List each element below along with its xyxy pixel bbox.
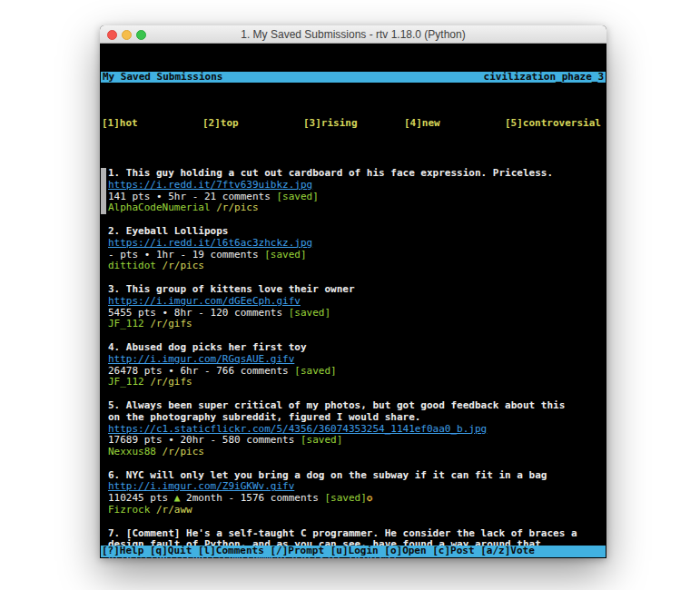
submission-item[interactable]: 4. Abused dog picks her first toyhttp://… — [108, 342, 606, 388]
window-title: 1. My Saved Submissions - rtv 1.18.0 (Py… — [241, 28, 465, 41]
submission-byline: Nexxus88 /r/pics — [108, 447, 606, 458]
submission-byline: JF_112 /r/gifs — [108, 377, 606, 388]
stats-text: 141 pts • 5hr - 21 comments — [108, 191, 276, 202]
selection-cursor — [101, 168, 106, 214]
submission-subreddit: /r/pics — [216, 202, 258, 213]
sort-menu-bar: [1]hot [2]top [3]rising [4]new [5]contro… — [101, 118, 606, 130]
minimize-button[interactable] — [122, 30, 132, 40]
submission-author: JF_112 — [108, 376, 144, 388]
submission-subreddit: /r/pics — [163, 446, 204, 457]
saved-badge: [saved] — [301, 434, 342, 446]
submission-item[interactable]: 2. Eyeball Lollipopshttps://i.redd.it/l6… — [108, 226, 606, 272]
header-bar: My Saved Submissions civilization_phaze_… — [101, 72, 606, 84]
zoom-button[interactable] — [136, 30, 146, 40]
menu-item-new[interactable]: [4]new — [404, 118, 505, 130]
submission-title: on the photography subreddit, figured I … — [108, 412, 606, 424]
status-bar: [?]Help [q]Quit [l]Comments [/]Prompt [u… — [101, 546, 606, 557]
page-title: My Saved Submissions — [103, 72, 222, 84]
traffic-lights — [107, 30, 146, 40]
stats-text: 2month - 1576 comments — [180, 492, 324, 504]
submission-author: JF_112 — [108, 318, 144, 329]
submission-author: AlphaCodeNumerial — [108, 202, 211, 213]
submission-title: 4. Abused dog picks her first toy — [108, 342, 606, 354]
submission-byline: dittidot /r/pics — [108, 261, 606, 272]
submission-title: 5. Always been super critical of my phot… — [108, 400, 606, 412]
window-titlebar[interactable]: 1. My Saved Submissions - rtv 1.18.0 (Py… — [100, 25, 606, 44]
submission-list: 1. This guy holding a cut out cardboard … — [101, 168, 606, 558]
close-button[interactable] — [107, 30, 117, 40]
submission-subreddit: /r/gifs — [150, 318, 192, 329]
submission-title: 2. Eyeball Lollipops — [108, 226, 606, 238]
submission-subreddit: /r/aww — [156, 504, 192, 516]
menu-item-top[interactable]: [2]top — [202, 118, 303, 130]
stats-text: 26478 pts • 6hr - 766 comments — [108, 365, 294, 377]
submission-author: Fizrock — [108, 504, 150, 516]
submission-author: dittidot — [108, 260, 156, 271]
submission-subreddit: /r/pics — [163, 260, 204, 271]
terminal-window: 1. My Saved Submissions - rtv 1.18.0 (Py… — [100, 25, 606, 558]
terminal-screen: My Saved Submissions civilization_phaze_… — [100, 44, 606, 558]
stats-text: 110245 pts — [108, 492, 174, 504]
submission-title: 1. This guy holding a cut out cardboard … — [108, 168, 606, 180]
saved-badge: [saved] — [264, 249, 306, 261]
submission-title: 3. This group of kittens love their owne… — [108, 284, 606, 296]
submission-byline: AlphaCodeNumerial /r/pics — [108, 202, 606, 214]
submission-item[interactable]: 1. This guy holding a cut out cardboard … — [108, 168, 606, 214]
submission-item[interactable]: 5. Always been super critical of my phot… — [108, 400, 606, 458]
submission-author: Nexxus88 — [108, 446, 156, 457]
stats-text: - pts • 1hr - 19 comments — [108, 249, 264, 261]
submission-byline: Fizrock /r/aww — [108, 505, 606, 516]
saved-badge: [saved] — [289, 307, 330, 319]
menu-item-rising[interactable]: [3]rising — [303, 118, 404, 130]
submission-item[interactable]: 3. This group of kittens love their owne… — [108, 284, 606, 330]
logged-in-username: civilization_phaze_3 — [484, 72, 604, 84]
submission-subreddit: /r/gifs — [150, 376, 192, 388]
saved-badge: [saved] — [294, 365, 336, 377]
stats-text: 17689 pts • 20hr - 580 comments — [108, 434, 301, 446]
saved-badge: [saved] — [324, 492, 366, 504]
menu-item-controversial[interactable]: [5]controversial — [505, 118, 606, 130]
submission-item[interactable]: 6. NYC will only let you bring a dog on … — [108, 470, 606, 516]
menu-item-hot[interactable]: [1]hot — [102, 118, 202, 130]
saved-badge: [saved] — [276, 191, 318, 202]
desktop: { "window": { "title": "1. My Saved Subm… — [0, 0, 700, 590]
stats-text: 5455 pts • 8hr - 120 comments — [108, 307, 289, 319]
gilded-icon: ✪ — [367, 492, 373, 504]
submission-byline: JF_112 /r/gifs — [108, 319, 606, 330]
